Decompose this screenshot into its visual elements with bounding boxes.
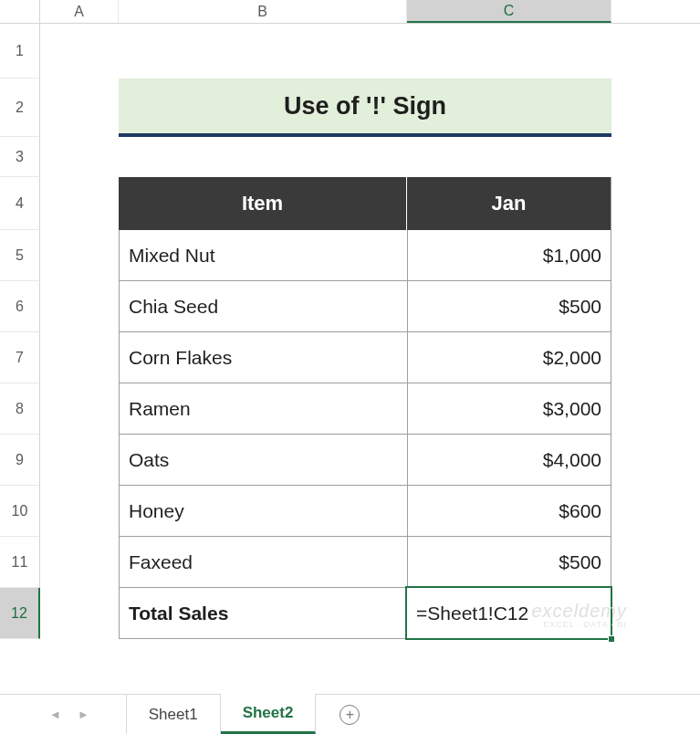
column-header-C[interactable]: C: [407, 0, 611, 23]
select-all-corner[interactable]: [0, 0, 40, 23]
table-row: Faxeed $500: [119, 537, 611, 588]
nav-prev-icon[interactable]: ◄: [49, 708, 61, 721]
formula-cell-C12[interactable]: =Sheet1!C12: [407, 588, 611, 639]
row-header-9[interactable]: 9: [0, 435, 40, 486]
column-header-B[interactable]: B: [119, 0, 407, 23]
table-header-row: Item Jan: [119, 177, 611, 230]
table-row: Mixed Nut $1,000: [119, 230, 611, 281]
spreadsheet-area: A B C 1 2 3 4 5 6 7 8 9 10 11 12 Use of …: [0, 0, 700, 694]
value-cell[interactable]: $4,000: [407, 435, 611, 486]
item-cell[interactable]: Mixed Nut: [119, 230, 407, 281]
title-cell[interactable]: Use of '!' Sign: [119, 79, 611, 137]
table-body: Mixed Nut $1,000 Chia Seed $500 Corn Fla…: [119, 230, 611, 639]
item-cell[interactable]: Corn Flakes: [119, 332, 407, 383]
row-header-1[interactable]: 1: [0, 24, 40, 79]
value-cell[interactable]: $500: [407, 281, 611, 332]
add-sheet-button[interactable]: +: [340, 705, 360, 725]
sheet-tab-bar: ◄ ► Sheet1 Sheet2 +: [0, 694, 700, 734]
table-header-item[interactable]: Item: [119, 177, 407, 230]
item-cell[interactable]: Chia Seed: [119, 281, 407, 332]
table-header-jan[interactable]: Jan: [407, 177, 611, 230]
formula-text: =Sheet1!C12: [416, 603, 528, 624]
table-row: Chia Seed $500: [119, 281, 611, 332]
sheet-tab-sheet1[interactable]: Sheet1: [126, 695, 221, 734]
row-header-6[interactable]: 6: [0, 281, 40, 332]
sheet-tab-sheet2[interactable]: Sheet2: [221, 695, 317, 734]
title-text: Use of '!' Sign: [284, 92, 446, 121]
value-cell[interactable]: $600: [407, 486, 611, 537]
value-cell[interactable]: $500: [407, 537, 611, 588]
row-header-11[interactable]: 11: [0, 537, 40, 588]
column-headers-row: A B C: [0, 0, 700, 24]
table-row: Ramen $3,000: [119, 383, 611, 435]
item-cell[interactable]: Ramen: [119, 383, 407, 435]
fill-handle[interactable]: [608, 635, 615, 643]
row-header-10[interactable]: 10: [0, 486, 40, 537]
plus-icon: +: [346, 707, 354, 723]
row-header-4[interactable]: 4: [0, 177, 40, 230]
row-header-5[interactable]: 5: [0, 230, 40, 281]
item-cell[interactable]: Honey: [119, 486, 407, 537]
row-header-8[interactable]: 8: [0, 383, 40, 435]
row-header-12[interactable]: 12: [0, 588, 40, 639]
row-headers-column: 1 2 3 4 5 6 7 8 9 10 11 12: [0, 24, 40, 639]
table-row: Corn Flakes $2,000: [119, 332, 611, 383]
nav-next-icon[interactable]: ►: [78, 708, 89, 721]
value-cell[interactable]: $3,000: [407, 383, 611, 435]
table-row: Honey $600: [119, 486, 611, 537]
item-cell[interactable]: Oats: [119, 435, 407, 486]
item-cell[interactable]: Faxeed: [119, 537, 407, 588]
total-label-cell[interactable]: Total Sales: [119, 588, 407, 639]
value-cell[interactable]: $1,000: [407, 230, 611, 281]
sheet-nav-arrows: ◄ ►: [49, 708, 89, 721]
row-header-7[interactable]: 7: [0, 332, 40, 383]
row-header-3[interactable]: 3: [0, 137, 40, 177]
row-header-2[interactable]: 2: [0, 79, 40, 137]
total-row: Total Sales =Sheet1!C12: [119, 588, 611, 639]
table-row: Oats $4,000: [119, 435, 611, 486]
column-header-A[interactable]: A: [40, 0, 119, 23]
value-cell[interactable]: $2,000: [407, 332, 611, 383]
